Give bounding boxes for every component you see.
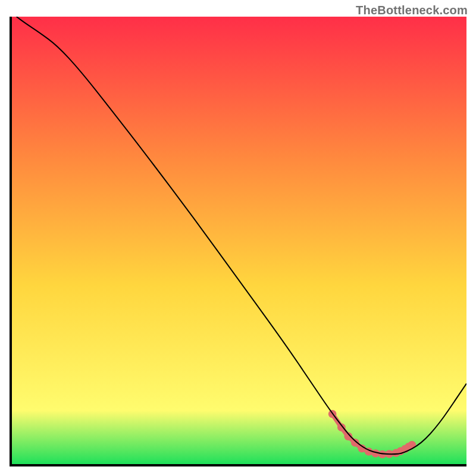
gradient-rect	[12, 17, 466, 464]
chart-svg	[12, 17, 466, 464]
chart-frame: TheBottleneck.com	[0, 0, 476, 476]
attribution-text: TheBottleneck.com	[356, 4, 468, 17]
axis-x	[10, 464, 466, 466]
plot-area	[12, 17, 466, 464]
